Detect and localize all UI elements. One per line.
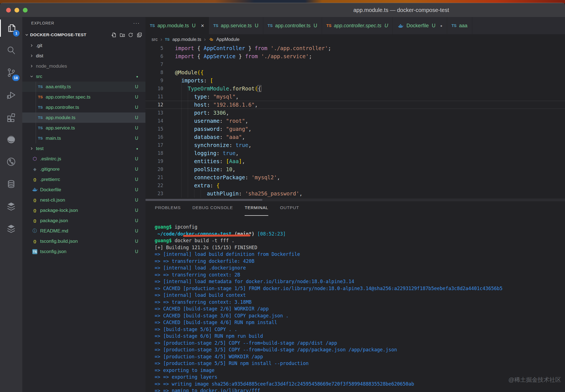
- code-line[interactable]: 7: [145, 60, 565, 68]
- close-window-button[interactable]: [6, 8, 11, 13]
- panel-tab-terminal[interactable]: TERMINAL: [245, 205, 268, 216]
- tree-file-README.md[interactable]: ⓘREADME.mdU: [22, 226, 145, 236]
- tree-file-package.json[interactable]: {}package.jsonU: [22, 215, 145, 226]
- terminal[interactable]: guang$ ipconfig ~/code/docker-compose-te…: [145, 224, 565, 392]
- activity-item-database[interactable]: [0, 173, 22, 195]
- breadcrumb-symbol[interactable]: AppModule: [216, 37, 239, 42]
- code-text: imports: [: [163, 77, 213, 85]
- breadcrumb-folder[interactable]: src: [152, 37, 158, 42]
- tree-file-package-lock.json[interactable]: {}package-lock.jsonU: [22, 205, 145, 215]
- code-text: poolSize: 10,: [163, 165, 235, 173]
- terminal-line: => [internal] load .dockerignore: [155, 264, 565, 271]
- line-number: 12: [145, 101, 163, 109]
- code-line[interactable]: 5import { AppController } from './app.co…: [145, 44, 565, 52]
- tree-item-label: Dockerfile: [40, 187, 61, 193]
- new-file-icon[interactable]: [111, 32, 116, 38]
- tree-indent-guide: [36, 82, 36, 143]
- tab-Dockerfile[interactable]: DockerfileU●: [393, 17, 447, 34]
- refresh-icon[interactable]: [128, 32, 133, 38]
- panel-tab-debug-console[interactable]: DEBUG CONSOLE: [193, 205, 233, 216]
- zoom-window-button[interactable]: [23, 8, 28, 13]
- tab-label: app.controller.spec.ts: [334, 23, 381, 29]
- tree-file-app.controller.ts[interactable]: TSapp.controller.tsU: [22, 102, 145, 112]
- tree-file-tsconfig.json[interactable]: TStsconfig.jsonU: [22, 246, 145, 257]
- breadcrumb-file[interactable]: app.module.ts: [172, 37, 201, 42]
- panel-tab-output[interactable]: OUTPUT: [280, 205, 299, 216]
- code-text: extra: {: [163, 182, 220, 190]
- code-line[interactable]: 9 imports: [: [145, 77, 565, 85]
- tab-app.controller.ts[interactable]: TSapp.controller.tsU: [263, 17, 322, 34]
- activity-item-source-control[interactable]: 18: [0, 62, 22, 84]
- code-line[interactable]: 15 password: "guang",: [145, 125, 565, 133]
- terminal-line: => => transferring dockerfile: 420B: [155, 258, 565, 265]
- code-line[interactable]: 17 synchronize: true,: [145, 141, 565, 149]
- activity-item-run-debug[interactable]: [0, 84, 22, 106]
- typescript-file-icon: TS: [37, 105, 44, 109]
- tab-app.controller.spec.ts[interactable]: TSapp.controller.spec.tsU: [322, 17, 393, 34]
- docker-whale-icon: [32, 187, 38, 192]
- minimize-window-button[interactable]: [14, 8, 19, 13]
- activity-item-edge-devtools[interactable]: [0, 128, 22, 151]
- tree-file-nest-cli.json[interactable]: {}nest-cli.jsonU: [22, 195, 145, 205]
- code-line[interactable]: 18 logging: true,: [145, 149, 565, 157]
- line-number: 5: [145, 44, 163, 52]
- activity-item-search[interactable]: [0, 39, 22, 62]
- tree-file-app.service.ts[interactable]: TSapp.service.tsU: [22, 123, 145, 133]
- chevron-down-icon: [25, 33, 29, 37]
- code-line[interactable]: 6import { AppService } from './app.servi…: [145, 52, 565, 60]
- search-icon: [6, 45, 16, 55]
- project-root-row[interactable]: DOCKER-COMPOSE-TEST: [22, 29, 145, 40]
- editor-tab-bar: TSapp.module.tsU×TSapp.service.tsUTSapp.…: [145, 17, 565, 34]
- code-line[interactable]: 16 database: "aaa",: [145, 133, 565, 141]
- tab-app.service.ts[interactable]: TSapp.service.tsU: [209, 17, 263, 34]
- tree-folder-src[interactable]: src●: [22, 71, 145, 82]
- code-line[interactable]: 13 port: 3306,: [145, 109, 565, 117]
- close-icon[interactable]: ×: [201, 23, 204, 29]
- activity-item-extensions[interactable]: [0, 106, 22, 128]
- tree-folder-node_modules[interactable]: node_modules: [22, 61, 145, 71]
- code-line[interactable]: 11 type: "mysql",: [145, 93, 565, 101]
- activity-item-gitlens[interactable]: [0, 151, 22, 173]
- tree-file-.prettierrc[interactable]: {}.prettierrcU: [22, 174, 145, 185]
- line-number: 18: [145, 149, 163, 157]
- tree-file-.gitignore[interactable]: ◆.gitignoreU: [22, 164, 145, 174]
- new-folder-icon[interactable]: [120, 32, 125, 38]
- code-line[interactable]: 14 username: "root",: [145, 117, 565, 125]
- tree-folder-.git[interactable]: .git: [22, 40, 145, 51]
- more-actions-icon[interactable]: ···: [133, 20, 140, 26]
- line-number: 9: [145, 77, 163, 85]
- tree-folder-test[interactable]: test●: [22, 143, 145, 154]
- tree-folder-dist[interactable]: dist: [22, 51, 145, 61]
- tree-item-label: tsconfig.json: [40, 249, 67, 254]
- code-editor[interactable]: 5import { AppController } from './app.co…: [145, 44, 565, 199]
- activity-item-redis-stack[interactable]: [0, 217, 22, 240]
- tree-file-aaa.entity.ts[interactable]: TSaaa.entity.tsU: [22, 82, 145, 92]
- code-line[interactable]: 10 TypeOrmModule.forRoot({: [145, 85, 565, 93]
- sidebar-header: EXPLORER ···: [22, 17, 145, 29]
- activity-item-explorer[interactable]: 1: [0, 17, 22, 39]
- tree-file-app.module.ts[interactable]: TSapp.module.tsU: [22, 112, 145, 123]
- tree-file-main.ts[interactable]: TSmain.tsU: [22, 133, 145, 143]
- tree-file-.eslintrc.js[interactable]: ⬡.eslintrc.jsU: [22, 154, 145, 164]
- tsconfig-icon: TS: [31, 249, 38, 254]
- tree-item-label: README.md: [40, 228, 68, 234]
- git-untracked-badge: U: [135, 95, 138, 100]
- code-line[interactable]: 22 extra: {: [145, 182, 565, 190]
- panel-tab-problems[interactable]: PROBLEMS: [155, 205, 181, 216]
- code-line[interactable]: 8@Module({: [145, 68, 565, 77]
- tab-app.module.ts[interactable]: TSapp.module.tsU×: [145, 17, 209, 34]
- code-line[interactable]: 23 authPlugin: 'sha256_password',: [145, 190, 565, 198]
- collapse-all-icon[interactable]: [137, 32, 142, 38]
- code-line[interactable]: 20 poolSize: 10,: [145, 165, 565, 173]
- code-line[interactable]: 19 entities: [Aaa],: [145, 157, 565, 165]
- code-line[interactable]: 21 connectorPackage: 'mysql2',: [145, 173, 565, 182]
- tree-file-tsconfig.build.json[interactable]: {}tsconfig.build.jsonU: [22, 236, 145, 246]
- editor-horizontal-scrollbar[interactable]: [145, 199, 565, 201]
- tree-file-Dockerfile[interactable]: DockerfileU: [22, 185, 145, 195]
- tree-file-app.controller.spec.ts[interactable]: TSapp.controller.spec.tsU: [22, 92, 145, 102]
- scrollbar-thumb[interactable]: [145, 199, 262, 201]
- terminal-line: => => exporting layers: [155, 374, 565, 381]
- code-line[interactable]: 12 host: "192.168.1.6",: [145, 101, 565, 109]
- activity-item-redis[interactable]: [0, 195, 22, 217]
- tab-aaa[interactable]: TSaaa: [447, 17, 472, 34]
